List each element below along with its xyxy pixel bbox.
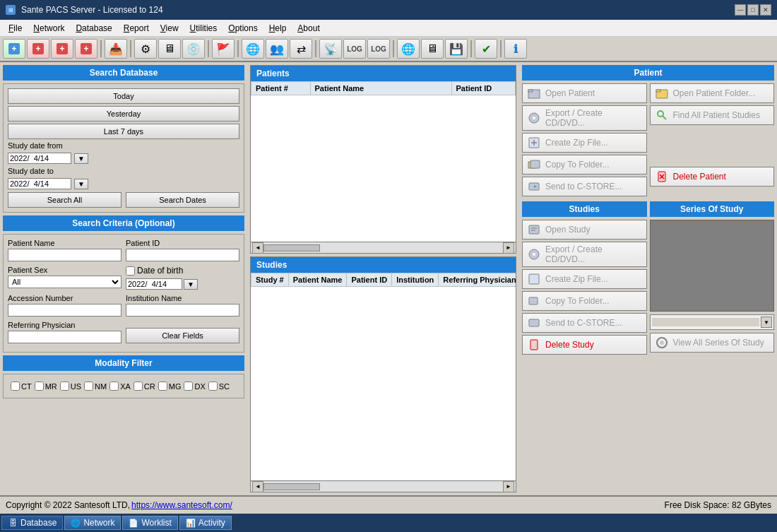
toolbar-separator-5 <box>315 40 316 57</box>
export-cd-patient-button[interactable]: Export / Create CD/DVD... <box>522 105 647 131</box>
toolbar-disk-button[interactable]: 💾 <box>445 39 468 59</box>
modality-nm-checkbox[interactable] <box>84 382 93 391</box>
open-patient-button[interactable]: Open Patient <box>522 83 647 103</box>
study-date-from-label: Study date from <box>8 141 85 150</box>
studies-scroll-track[interactable] <box>263 483 503 490</box>
create-zip-patient-button[interactable]: Create Zip File... <box>522 133 647 153</box>
toolbar-btn-4[interactable]: + <box>75 39 97 59</box>
dob-input[interactable] <box>126 278 182 290</box>
patients-scroll-left[interactable]: ◄ <box>252 242 263 254</box>
toolbar-new-patient-button[interactable]: + <box>3 39 25 59</box>
minimize-button[interactable]: — <box>735 4 746 16</box>
date-to-picker-button[interactable]: ▼ <box>74 179 88 189</box>
menu-network[interactable]: Network <box>28 22 70 35</box>
modality-dx-checkbox[interactable] <box>184 382 193 391</box>
patient-id-input[interactable] <box>126 249 239 261</box>
modality-sc-checkbox[interactable] <box>208 382 218 391</box>
modality-us-checkbox[interactable] <box>60 382 69 391</box>
toolbar-btn-3[interactable]: + <box>51 39 73 59</box>
studies-scroll-thumb[interactable] <box>263 483 320 490</box>
patient-sex-select[interactable]: All Male Female Unknown <box>8 276 121 288</box>
export-cd-study-button[interactable]: Export / Create CD/DVD... <box>522 242 647 267</box>
modality-xa-checkbox[interactable] <box>109 382 119 391</box>
left-panel: Search Database Today Yesterday Last 7 d… <box>0 62 247 495</box>
send-cstore-patient-button[interactable]: Send to C-STORE... <box>522 177 647 196</box>
modality-cr-checkbox[interactable] <box>134 382 143 391</box>
studies-table-container[interactable]: Study # Patient Name Patient ID Institut… <box>251 273 516 480</box>
toolbar-check-button[interactable]: ✔ <box>475 39 497 59</box>
toolbar-btn-2[interactable]: + <box>27 39 49 59</box>
menu-help[interactable]: Help <box>263 22 292 35</box>
taskbar-database-button[interactable]: 🗄 Database <box>1 516 63 530</box>
menu-view[interactable]: View <box>155 22 184 35</box>
accession-input[interactable] <box>8 304 121 317</box>
toolbar-cd-button[interactable]: 💿 <box>182 39 205 59</box>
toolbar-globe-button[interactable]: 🌐 <box>242 39 264 59</box>
toolbar-dicom-button[interactable]: 🖥 <box>421 39 444 59</box>
modality-ct-checkbox[interactable] <box>11 382 20 391</box>
taskbar-worklist-button[interactable]: 📄 Worklist <box>122 516 177 530</box>
send-cstore-study-button[interactable]: Send to C-STORE... <box>522 313 647 333</box>
patients-scroll-right[interactable]: ► <box>503 242 514 254</box>
toolbar-settings-button[interactable]: ⚙ <box>134 39 157 59</box>
menu-options[interactable]: Options <box>223 22 263 35</box>
patient-name-input[interactable] <box>8 249 121 261</box>
view-all-series-button[interactable]: View All Series Of Study <box>650 333 775 353</box>
referring-input[interactable] <box>8 331 121 343</box>
menu-report[interactable]: Report <box>118 22 155 35</box>
toolbar-separator-6 <box>393 40 394 57</box>
copy-folder-patient-button[interactable]: Copy To Folder... <box>522 155 647 175</box>
patients-scroll-thumb[interactable] <box>263 244 320 252</box>
search-all-button[interactable]: Search All <box>8 192 121 208</box>
open-patient-folder-button[interactable]: Open Patient Folder... <box>650 83 775 103</box>
create-zip-study-button[interactable]: Create Zip File... <box>522 269 647 289</box>
toolbar-import-button[interactable]: 📥 <box>105 39 127 59</box>
yesterday-button[interactable]: Yesterday <box>8 106 239 122</box>
menu-about[interactable]: About <box>292 22 325 35</box>
studies-scroll-right[interactable]: ► <box>503 481 514 492</box>
series-scroll-down[interactable]: ▼ <box>761 317 772 328</box>
close-button[interactable]: ✕ <box>760 4 771 16</box>
toolbar-transfer-button[interactable]: ⇄ <box>290 39 312 59</box>
toolbar-network-button[interactable]: 📡 <box>319 39 342 59</box>
dob-picker-button[interactable]: ▼ <box>184 279 198 290</box>
dob-checkbox[interactable] <box>126 266 135 276</box>
patients-panel: Patients Patient # Patient Name Patient … <box>250 65 516 254</box>
toolbar-globe2-button[interactable]: 🌐 <box>397 39 420 59</box>
toolbar-log2-button[interactable]: LOG <box>367 39 390 59</box>
open-study-button[interactable]: Open Study <box>522 220 647 240</box>
institution-input[interactable] <box>126 304 239 317</box>
delete-study-button[interactable]: Delete Study <box>522 335 647 355</box>
toolbar-log1-button[interactable]: LOG <box>343 39 366 59</box>
toolbar-info-button[interactable]: ℹ <box>504 39 527 59</box>
modality-mg-checkbox[interactable] <box>158 382 167 391</box>
toolbar-users-button[interactable]: 👥 <box>266 39 288 59</box>
menu-utilities[interactable]: Utilities <box>184 22 223 35</box>
toolbar-monitor-button[interactable]: 🖥 <box>158 39 181 59</box>
modality-mr-checkbox[interactable] <box>35 382 44 391</box>
clear-fields-button[interactable]: Clear Fields <box>126 328 239 343</box>
taskbar-activity-button[interactable]: 📊 Activity <box>179 516 232 530</box>
studies-scroll-left[interactable]: ◄ <box>252 481 263 492</box>
website-link[interactable]: https://www.santesoft.com/ <box>131 500 232 510</box>
last7days-button[interactable]: Last 7 days <box>8 124 239 139</box>
delete-patient-button[interactable]: Delete Patient <box>650 167 775 187</box>
study-date-to-input[interactable] <box>8 178 71 189</box>
toolbar-flag-button[interactable]: 🚩 <box>212 39 235 59</box>
menu-database[interactable]: Database <box>70 22 117 35</box>
find-all-studies-button[interactable]: Find All Patient Studies <box>650 105 775 125</box>
today-button[interactable]: Today <box>8 88 239 104</box>
series-scrollbar[interactable]: ▼ <box>650 314 775 330</box>
date-from-picker-button[interactable]: ▼ <box>74 153 88 164</box>
search-dates-button[interactable]: Search Dates <box>126 192 239 208</box>
menu-file[interactable]: File <box>3 22 28 35</box>
study-date-from-input[interactable] <box>8 153 71 164</box>
maximize-button[interactable]: □ <box>747 4 759 16</box>
taskbar-network-button[interactable]: 🌐 Network <box>64 516 121 530</box>
patients-table-container[interactable]: Patient # Patient Name Patient ID <box>251 81 516 242</box>
studies-scrollbar-h[interactable]: ◄ ► <box>251 480 516 492</box>
copy-folder-study-button[interactable]: Copy To Folder... <box>522 291 647 311</box>
patients-scrollbar-h[interactable]: ◄ ► <box>251 242 516 253</box>
series-scroll-track[interactable] <box>652 318 760 326</box>
patients-scroll-track[interactable] <box>263 244 503 252</box>
